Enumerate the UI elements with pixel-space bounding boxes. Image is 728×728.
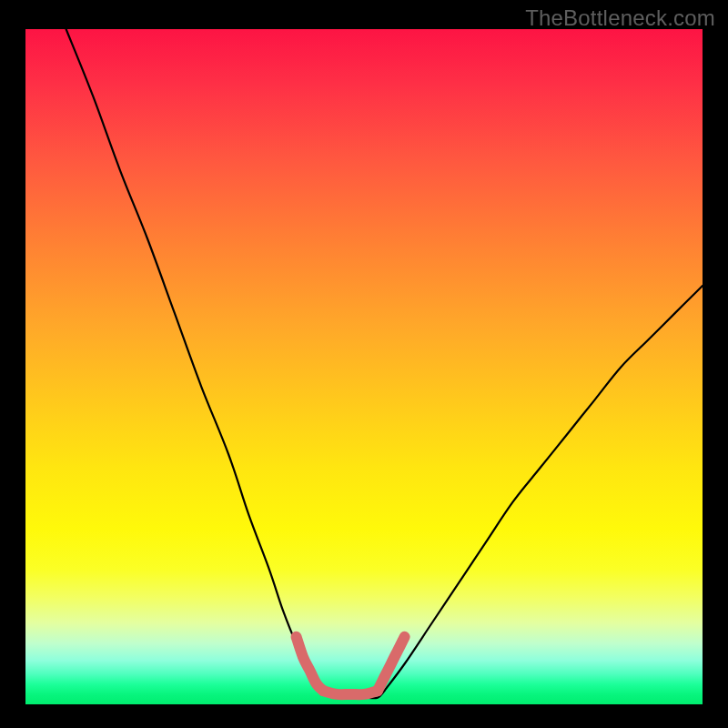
curve-left-path	[66, 29, 324, 691]
curve-right-path	[384, 286, 703, 691]
highlight-plateau-path	[323, 691, 378, 694]
plot-area	[25, 29, 703, 704]
watermark-label: TheBottleneck.com	[525, 5, 715, 31]
curves-svg	[25, 29, 703, 704]
highlight-left-path	[297, 637, 324, 691]
chart-frame: TheBottleneck.com	[0, 0, 728, 728]
